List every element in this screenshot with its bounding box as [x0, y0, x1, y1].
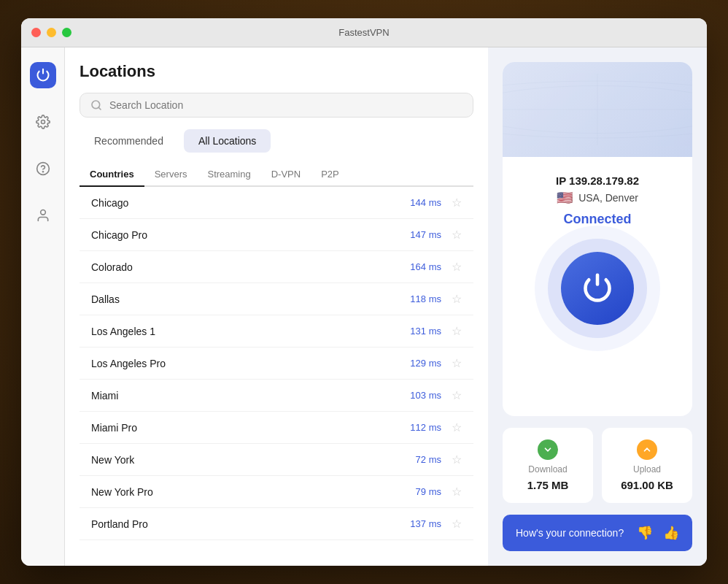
- favorite-star-icon[interactable]: ☆: [452, 228, 462, 242]
- location-ms: 129 ms: [410, 358, 441, 369]
- thumbs-down-icon[interactable]: 👎: [637, 525, 653, 541]
- main-content: Locations Recommended All Locations Coun…: [21, 47, 707, 566]
- location-name: Miami: [91, 390, 410, 402]
- location-ms: 144 ms: [410, 197, 441, 208]
- app-title: FastestVPN: [338, 27, 389, 38]
- location-ms: 112 ms: [410, 422, 441, 433]
- close-button[interactable]: [31, 28, 41, 37]
- location-ms: 79 ms: [416, 486, 441, 497]
- favorite-star-icon[interactable]: ☆: [452, 196, 462, 210]
- location-name: New York Pro: [91, 486, 416, 498]
- location-ms: 118 ms: [410, 293, 441, 304]
- location-flag-row: 🇺🇸 USA, Denver: [557, 190, 638, 206]
- favorite-star-icon[interactable]: ☆: [452, 388, 462, 402]
- list-item[interactable]: Miami Pro 112 ms ☆: [80, 412, 473, 444]
- upload-stat: Upload 691.00 KB: [602, 428, 692, 503]
- download-stat: Download 1.75 MB: [503, 428, 593, 503]
- titlebar: FastestVPN: [21, 18, 707, 47]
- download-value: 1.75 MB: [527, 479, 569, 491]
- location-ms: 137 ms: [410, 518, 441, 529]
- list-item[interactable]: New York Pro 79 ms ☆: [80, 476, 473, 508]
- favorite-star-icon[interactable]: ☆: [452, 324, 462, 338]
- page-title: Locations: [80, 62, 473, 81]
- main-tabs: Recommended All Locations: [80, 129, 473, 153]
- favorite-star-icon[interactable]: ☆: [452, 260, 462, 274]
- list-item[interactable]: Chicago 144 ms ☆: [80, 187, 473, 219]
- favorite-star-icon[interactable]: ☆: [452, 485, 462, 499]
- sidebar-account-icon[interactable]: [30, 202, 56, 228]
- connection-card: IP 139.28.179.82 🇺🇸 USA, Denver Connecte…: [503, 62, 692, 416]
- location-ms: 103 ms: [410, 390, 441, 401]
- feedback-icons: 👎 👍: [637, 525, 679, 541]
- sidebar-help-icon[interactable]: [30, 155, 56, 182]
- location-name: Portland Pro: [91, 518, 410, 530]
- favorite-star-icon[interactable]: ☆: [452, 517, 462, 531]
- favorite-star-icon[interactable]: ☆: [452, 356, 462, 370]
- location-name: Chicago Pro: [91, 229, 410, 241]
- search-input[interactable]: [109, 99, 462, 111]
- flag-icon: 🇺🇸: [557, 190, 573, 206]
- sidebar: [21, 47, 65, 566]
- list-item[interactable]: Chicago Pro 147 ms ☆: [80, 219, 473, 251]
- stats-row: Download 1.75 MB Upload 691.00 KB: [503, 428, 692, 503]
- window-controls: [31, 28, 71, 37]
- favorite-star-icon[interactable]: ☆: [452, 420, 462, 434]
- sidebar-settings-icon[interactable]: [30, 109, 56, 135]
- upload-icon: [637, 439, 657, 460]
- svg-point-3: [40, 210, 45, 215]
- left-panel: Locations Recommended All Locations Coun…: [65, 47, 488, 566]
- list-item[interactable]: Colorado 164 ms ☆: [80, 251, 473, 283]
- tab-recommended[interactable]: Recommended: [80, 129, 178, 153]
- maximize-button[interactable]: [62, 28, 71, 37]
- favorite-star-icon[interactable]: ☆: [452, 453, 462, 466]
- feedback-bar: How's your connection? 👎 👍: [503, 515, 692, 551]
- subtab-streaming[interactable]: Streaming: [197, 163, 260, 187]
- subtab-servers[interactable]: Servers: [144, 163, 198, 187]
- connection-status: Connected: [563, 212, 631, 227]
- location-name: Chicago: [91, 197, 410, 209]
- location-name: Colorado: [91, 261, 410, 273]
- subtab-dvpn[interactable]: D-VPN: [261, 163, 311, 187]
- favorite-star-icon[interactable]: ☆: [452, 292, 462, 306]
- list-item[interactable]: Los Angeles Pro 129 ms ☆: [80, 347, 473, 380]
- location-ms: 131 ms: [410, 326, 441, 337]
- list-item[interactable]: Dallas 118 ms ☆: [80, 283, 473, 315]
- minimize-button[interactable]: [47, 28, 56, 37]
- location-ms: 147 ms: [410, 229, 441, 240]
- location-ms: 164 ms: [410, 261, 441, 272]
- thumbs-up-icon[interactable]: 👍: [663, 525, 679, 541]
- sub-tabs: Countries Servers Streaming D-VPN P2P: [80, 163, 473, 187]
- location-name: Los Angeles 1: [91, 326, 410, 337]
- location-name: Dallas: [91, 293, 410, 305]
- location-name: New York: [91, 454, 416, 466]
- location-ms: 72 ms: [416, 454, 441, 465]
- list-item[interactable]: Los Angeles 1 131 ms ☆: [80, 315, 473, 347]
- download-label: Download: [528, 464, 567, 474]
- upload-value: 691.00 KB: [621, 479, 673, 491]
- upload-label: Upload: [633, 464, 661, 474]
- list-item[interactable]: Miami 103 ms ☆: [80, 380, 473, 412]
- list-item[interactable]: Portland Pro 137 ms ☆: [80, 508, 473, 540]
- app-window: FastestVPN: [21, 18, 707, 566]
- subtab-p2p[interactable]: P2P: [311, 163, 349, 187]
- sidebar-power-icon[interactable]: [30, 62, 56, 88]
- subtab-countries[interactable]: Countries: [80, 163, 144, 187]
- right-panel: IP 139.28.179.82 🇺🇸 USA, Denver Connecte…: [488, 47, 707, 566]
- tab-all-locations[interactable]: All Locations: [184, 129, 271, 153]
- svg-point-0: [41, 120, 44, 124]
- search-icon: [90, 99, 102, 111]
- power-button[interactable]: [561, 252, 634, 325]
- location-list: Chicago 144 ms ☆ Chicago Pro 147 ms ☆ Co…: [80, 187, 473, 551]
- download-icon: [538, 439, 558, 460]
- location-name: Miami Pro: [91, 422, 410, 434]
- search-container: [80, 93, 473, 118]
- feedback-text: How's your connection?: [516, 527, 624, 539]
- location-name: Los Angeles Pro: [91, 358, 410, 369]
- country-label: USA, Denver: [578, 192, 638, 204]
- ip-address: IP 139.28.179.82: [556, 174, 639, 187]
- list-item[interactable]: New York 72 ms ☆: [80, 444, 473, 476]
